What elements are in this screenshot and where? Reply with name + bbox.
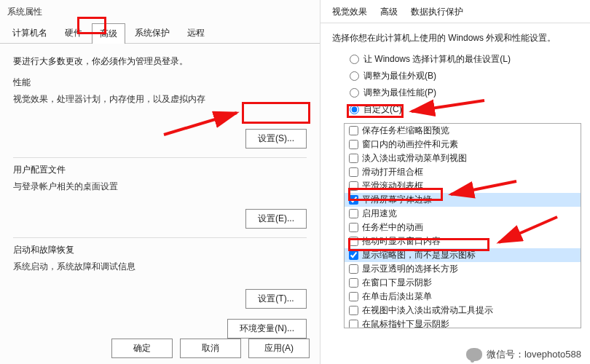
radio-input[interactable]	[350, 55, 359, 64]
tab-visual-effects[interactable]: 视觉效果	[332, 6, 367, 18]
option-label: 在单击后淡出菜单	[362, 290, 432, 303]
env-vars-button[interactable]: 环境变量(N)...	[227, 319, 307, 339]
option-label: 在鼠标指针下显示阴影	[362, 318, 449, 328]
option-row[interactable]: 窗口内的动画控件和元素	[345, 138, 581, 151]
profile-settings-button[interactable]: 设置(E)...	[245, 209, 307, 229]
tab-hardware[interactable]: 硬件	[57, 23, 90, 43]
wechat-label: 微信号：lovephoto588	[487, 348, 581, 361]
option-checkbox[interactable]	[349, 223, 358, 232]
sysprops-body: 要进行大多数更改，你必须作为管理员登录。 性能 视觉效果，处理器计划，内存使用，…	[0, 44, 320, 341]
group-startup-title: 启动和故障恢复	[13, 244, 307, 256]
option-checkbox[interactable]	[349, 154, 358, 163]
option-checkbox[interactable]	[349, 306, 358, 315]
option-label: 在窗口下显示阴影	[362, 277, 432, 289]
group-profile-sub: 与登录帐户相关的桌面设置	[13, 181, 307, 193]
tab-remote[interactable]: 远程	[179, 23, 213, 43]
option-label: 平滑屏幕字体边缘	[362, 194, 432, 206]
tab-system-protect[interactable]: 系统保护	[127, 23, 178, 43]
option-row[interactable]: 保存任务栏缩略图预览	[345, 124, 581, 138]
radio-let-windows[interactable]: 让 Windows 选择计算机的最佳设置(L)	[350, 53, 590, 66]
wechat-footer: 微信号：lovephoto588	[466, 348, 581, 361]
radio-input[interactable]	[350, 105, 359, 114]
option-checkbox[interactable]	[349, 140, 358, 149]
apply-button[interactable]: 应用(A)	[248, 339, 310, 358]
option-label: 任务栏中的动画	[362, 221, 423, 234]
perfoptions-tabs: 视觉效果 高级 数据执行保护	[320, 0, 590, 23]
radio-input[interactable]	[350, 71, 359, 81]
option-label: 拖动时显示窗口内容	[362, 235, 441, 248]
option-row[interactable]: 显示缩略图，而不是显示图标	[345, 248, 581, 262]
option-checkbox[interactable]	[349, 126, 358, 135]
radio-label: 自定义(C):	[363, 103, 404, 116]
option-row[interactable]: 任务栏中的动画	[345, 221, 581, 234]
radio-best-appearance[interactable]: 调整为最佳外观(B)	[350, 70, 590, 82]
option-label: 窗口内的动画控件和元素	[362, 138, 458, 151]
radio-label: 调整为最佳外观(B)	[363, 70, 436, 82]
option-checkbox[interactable]	[349, 264, 358, 274]
ok-button[interactable]: 确定	[111, 339, 173, 358]
option-checkbox[interactable]	[349, 195, 358, 205]
group-performance-title: 性能	[13, 76, 307, 89]
option-row[interactable]: 淡入淡出或滑动菜单到视图	[345, 151, 581, 165]
option-row[interactable]: 显示亚透明的选择长方形	[345, 262, 581, 276]
group-profile-title: 用户配置文件	[13, 164, 307, 176]
group-startup: 启动和故障恢复 系统启动，系统故障和调试信息 设置(T)...	[13, 244, 307, 309]
option-row[interactable]: 启用速览	[345, 207, 581, 221]
option-label: 启用速览	[362, 207, 397, 220]
option-label: 滑动打开组合框	[362, 166, 423, 178]
option-row[interactable]: 在窗口下显示阴影	[345, 276, 581, 290]
option-checkbox[interactable]	[349, 237, 358, 246]
option-checkbox[interactable]	[349, 167, 358, 177]
option-label: 在视图中淡入淡出或滑动工具提示	[362, 304, 493, 317]
radio-best-performance[interactable]: 调整为最佳性能(P)	[350, 87, 590, 99]
radio-input[interactable]	[350, 88, 359, 98]
option-row[interactable]: 平滑滚动列表框	[345, 179, 581, 193]
tab-computer-name[interactable]: 计算机名	[4, 23, 55, 43]
cancel-button[interactable]: 取消	[180, 339, 241, 358]
option-label: 保存任务栏缩略图预览	[362, 124, 449, 137]
option-label: 显示亚透明的选择长方形	[362, 263, 458, 275]
option-row[interactable]: 拖动时显示窗口内容	[345, 234, 581, 248]
option-checkbox[interactable]	[349, 250, 358, 260]
admin-note: 要进行大多数更改，你必须作为管理员登录。	[13, 55, 307, 68]
option-row[interactable]: 在单击后淡出菜单	[345, 290, 581, 304]
group-performance: 性能 视觉效果，处理器计划，内存使用，以及虚拟内存 设置(S)...	[13, 76, 307, 149]
group-performance-sub: 视觉效果，处理器计划，内存使用，以及虚拟内存	[13, 93, 307, 106]
dialog-footer: 确定 取消 应用(A)	[111, 339, 310, 358]
option-row[interactable]: 滑动打开组合框	[345, 165, 581, 179]
option-checkbox[interactable]	[349, 181, 358, 191]
radio-group: 让 Windows 选择计算机的最佳设置(L) 调整为最佳外观(B) 调整为最佳…	[320, 50, 590, 119]
divider	[13, 157, 307, 158]
option-row[interactable]: 平滑屏幕字体边缘	[345, 193, 581, 207]
option-label: 淡入淡出或滑动菜单到视图	[362, 152, 467, 165]
option-checkbox[interactable]	[349, 278, 358, 288]
performance-settings-button[interactable]: 设置(S)...	[245, 129, 307, 149]
system-properties-dialog: 系统属性 计算机名 硬件 高级 系统保护 远程 要进行大多数更改，你必须作为管理…	[0, 0, 320, 364]
radio-custom[interactable]: 自定义(C):	[350, 103, 590, 116]
option-checkbox[interactable]	[349, 292, 358, 301]
dialog-title: 系统属性	[0, 0, 320, 23]
option-row[interactable]: 在视图中淡入淡出或滑动工具提示	[345, 304, 581, 317]
option-row[interactable]: 在鼠标指针下显示阴影	[345, 317, 581, 328]
options-listbox[interactable]: 保存任务栏缩略图预览窗口内的动画控件和元素淡入淡出或滑动菜单到视图滑动打开组合框…	[344, 123, 581, 328]
tab-advanced-perf[interactable]: 高级	[380, 6, 398, 18]
wechat-icon	[466, 348, 482, 361]
option-label: 显示缩略图，而不是显示图标	[362, 249, 476, 261]
option-checkbox[interactable]	[349, 320, 358, 328]
sysprops-tabs: 计算机名 硬件 高级 系统保护 远程	[0, 23, 320, 44]
group-startup-sub: 系统启动，系统故障和调试信息	[13, 261, 307, 273]
group-profile: 用户配置文件 与登录帐户相关的桌面设置 设置(E)...	[13, 164, 307, 229]
radio-label: 调整为最佳性能(P)	[363, 87, 436, 99]
visual-effects-dialog: 视觉效果 高级 数据执行保护 选择你想在此计算机上使用的 Windows 外观和…	[320, 0, 590, 364]
option-checkbox[interactable]	[349, 209, 358, 218]
startup-settings-button[interactable]: 设置(T)...	[245, 289, 307, 309]
divider	[13, 237, 307, 238]
option-label: 平滑滚动列表框	[362, 180, 423, 192]
radio-label: 让 Windows 选择计算机的最佳设置(L)	[363, 53, 511, 66]
tab-advanced[interactable]: 高级	[92, 23, 125, 44]
tab-dep[interactable]: 数据执行保护	[411, 6, 463, 18]
visual-effects-blurb: 选择你想在此计算机上使用的 Windows 外观和性能设置。	[320, 23, 590, 50]
